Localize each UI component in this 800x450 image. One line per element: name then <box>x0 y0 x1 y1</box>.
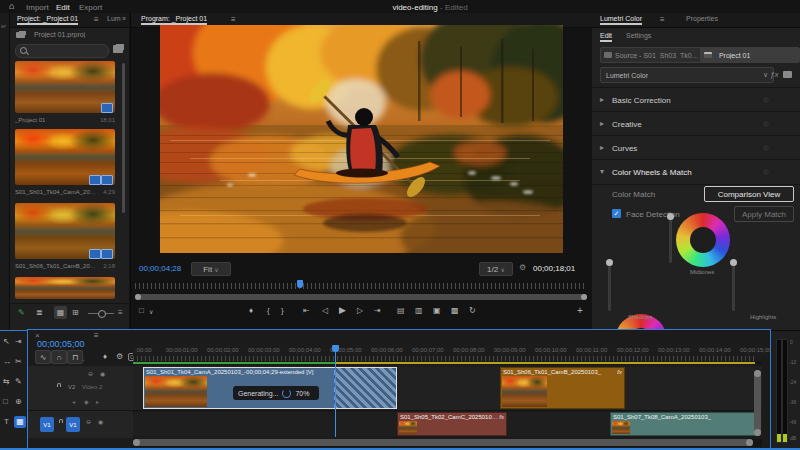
clip-video[interactable]: S01_Sh07_Tk08_CamA_20250103_ <box>610 412 756 436</box>
clip-video[interactable]: S01_Sh06_Tk01_CamB_20250103_ fx <box>500 367 625 409</box>
step-back-button[interactable]: ◁ <box>322 306 328 315</box>
monitor-scrub-ruler[interactable] <box>135 283 587 289</box>
collapsed-panel-rail[interactable]: er <box>0 13 10 330</box>
toolbar-menu-icon[interactable]: ≡ <box>118 308 123 317</box>
list-item[interactable]: S01_Sh06_Tk01_CamB_20250103... 2;18 <box>13 203 123 273</box>
tab-program[interactable]: Program: _Project 01 <box>141 15 207 25</box>
preset-dropdown[interactable]: Lumetri Color ∨ <box>600 67 774 83</box>
search-field[interactable] <box>15 44 109 58</box>
loop-button[interactable]: ↻ <box>469 306 476 315</box>
tab-lumetri-color[interactable]: Lumetri Color <box>600 15 642 25</box>
pen-tool[interactable]: ✎ <box>15 377 22 386</box>
playhead[interactable] <box>335 345 336 437</box>
item-thumbnail-partial[interactable] <box>15 277 115 299</box>
scrollbar-right-handle[interactable] <box>581 294 587 300</box>
fx-icon[interactable]: ƒx <box>770 70 778 79</box>
section-color-wheels[interactable]: ▾ Color Wheels & Match <box>592 159 800 185</box>
list-view-icon[interactable]: ≣ <box>36 308 43 317</box>
safe-margins-icon[interactable]: □ <box>139 306 144 315</box>
source-patch-v1[interactable]: V1 <box>40 417 54 432</box>
play-button[interactable]: ▶ <box>339 305 346 315</box>
menu-export[interactable]: Export <box>79 3 102 12</box>
zoom-level-dropdown[interactable]: Fit ∨ <box>191 262 231 276</box>
track-header-v1[interactable]: V1 V1 ⊖ ◉ <box>28 412 133 438</box>
scrollbar-left-handle[interactable] <box>135 294 141 300</box>
add-marker-button[interactable]: ♦ <box>249 306 253 315</box>
sequence-button[interactable]: _Project 01 <box>700 47 800 63</box>
ripple-edit-tool[interactable]: ↔ <box>3 357 11 366</box>
camera-snapshot-icon[interactable] <box>783 71 792 78</box>
timeline-settings-wrench-icon[interactable]: ⚙ <box>116 352 123 361</box>
timeline-hscrollbar-track[interactable] <box>133 439 762 447</box>
goto-out-button[interactable]: ⇥ <box>374 306 381 315</box>
tab-properties[interactable]: Properties <box>686 15 718 22</box>
button-editor-plus[interactable]: + <box>577 305 583 316</box>
keyframe-next-icon[interactable]: ▸ <box>96 398 99 405</box>
timeline-ruler[interactable]: ;00;00 00;00;01;00 00;00;02;00 00;00;03;… <box>133 345 762 363</box>
face-detection-checkbox[interactable]: ✓ <box>612 209 621 218</box>
keyframe-prev-icon[interactable]: ◂ <box>72 398 75 405</box>
vscroll-top-handle[interactable] <box>754 370 761 377</box>
new-bin-icon[interactable] <box>113 45 123 53</box>
track-output-eye-icon[interactable]: ◉ <box>100 370 105 377</box>
selection-tool[interactable]: ↖ <box>3 337 10 346</box>
list-item[interactable]: S01_Sh01_Tk04_CamA_20250103... 4;29 <box>13 129 123 199</box>
playhead-marker[interactable] <box>332 345 339 352</box>
track-name-v2[interactable]: Video 2 <box>82 384 102 390</box>
section-creative[interactable]: ▸ Creative <box>592 111 800 136</box>
monitor-zoom-scrollbar[interactable] <box>135 294 587 300</box>
nest-toggle-button[interactable]: ∿ <box>35 350 51 364</box>
extract-button[interactable]: ▥ <box>415 306 423 315</box>
home-icon[interactable]: ⌂ <box>9 1 14 11</box>
rectangle-tool[interactable]: □ <box>3 397 8 406</box>
lumetri-panel-menu-icon[interactable]: ≡ <box>660 15 665 24</box>
goto-in-button[interactable]: ⇤ <box>303 306 310 315</box>
icon-view-icon[interactable]: ▦ <box>54 306 67 319</box>
playback-resolution-dropdown[interactable]: 1/2 ∨ <box>479 262 513 276</box>
track-select-tool[interactable]: ⇥ <box>15 337 22 346</box>
track-output-eye-icon[interactable]: ◉ <box>98 418 103 425</box>
snap-toggle-button[interactable]: ∩ <box>51 350 67 364</box>
add-marker-icon[interactable]: ♦ <box>103 352 107 361</box>
mark-in-button[interactable]: { <box>267 306 270 315</box>
more-tools-button[interactable]: ▦ <box>14 416 26 428</box>
track-target-v2[interactable]: V2 <box>68 384 75 390</box>
subtab-edit[interactable]: Edit <box>600 32 612 42</box>
timeline-vscrollbar[interactable] <box>754 370 761 436</box>
type-tool[interactable]: T <box>4 417 9 426</box>
track-target-v1[interactable]: V1 <box>66 417 80 432</box>
writable-pen-icon[interactable]: ✎ <box>18 308 25 317</box>
track-header-v2[interactable]: ⊖ ◉ V2 Video 2 ◂ ◆ ▸ <box>28 368 133 411</box>
linked-selection-button[interactable]: ⊓ <box>67 350 83 364</box>
export-frame-button[interactable]: ▣ <box>433 306 441 315</box>
list-item[interactable]: _Project 01 18;01 <box>13 61 123 127</box>
section-basic-correction[interactable]: ▸ Basic Correction <box>592 87 800 112</box>
slip-tool[interactable]: ⇆ <box>3 377 10 386</box>
tab-project[interactable]: Project: _Project 01 <box>17 15 78 25</box>
source-clip-button[interactable]: Source - S01_Sh03_Tk04_... <box>600 47 704 63</box>
sync-lock-icon[interactable]: ⊖ <box>88 370 93 377</box>
hand-tool[interactable]: ⊕ <box>15 397 22 406</box>
menu-import[interactable]: Import <box>26 3 49 12</box>
timeline-menu-icon[interactable]: ≡ <box>94 331 99 340</box>
comparison-view-button[interactable]: Comparison View <box>704 186 794 202</box>
clip-video[interactable]: S01_Sh05_Tk02_CamC_20250103_ fx <box>397 412 507 436</box>
monitor-playhead[interactable] <box>297 280 303 288</box>
midtones-wheel[interactable] <box>676 213 730 267</box>
section-curves[interactable]: ▸ Curves <box>592 135 800 160</box>
keyframe-add-icon[interactable]: ◆ <box>84 398 89 405</box>
chevron-down-icon[interactable]: ∨ <box>149 308 153 315</box>
midtones-slider[interactable] <box>669 213 672 263</box>
step-forward-button[interactable]: ▷ <box>357 306 363 315</box>
vscroll-bottom-handle[interactable] <box>754 429 761 436</box>
panel-overflow-icon[interactable]: » <box>122 15 126 22</box>
sync-lock-icon[interactable]: ⊖ <box>86 418 91 425</box>
razor-tool[interactable]: ✂ <box>15 357 22 366</box>
mark-out-button[interactable]: } <box>281 306 284 315</box>
multicam-button[interactable]: ▩ <box>451 306 459 315</box>
freeform-view-icon[interactable]: ⊞ <box>72 308 79 317</box>
current-timecode[interactable]: 00;00;04;28 <box>139 264 181 273</box>
track-lane-v1[interactable]: S01_Sh05_Tk02_CamC_20250103_ fx S01_Sh07… <box>133 412 762 436</box>
project-scrollbar[interactable] <box>122 63 125 213</box>
zoom-slider-knob[interactable] <box>98 310 106 318</box>
